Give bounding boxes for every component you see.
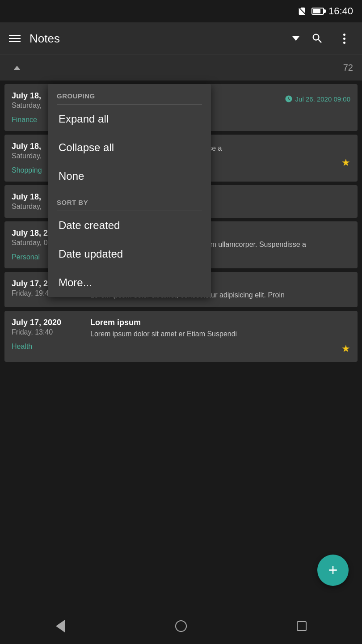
search-button[interactable] (308, 30, 326, 47)
grouping-dropdown-menu: GROUPING Expand all Collapse all None SO… (48, 84, 211, 297)
status-icons: 16:40 (297, 5, 353, 17)
note-content: Lorem ipsum Lorem ipsum dolor sit amet e… (90, 318, 350, 354)
reminder-badge: Jul 26, 2020 09:00 (285, 95, 350, 103)
note-title: Lorem ipsum (90, 318, 350, 327)
note-count: 72 (343, 63, 353, 73)
nav-recents-button[interactable] (288, 613, 315, 640)
none-item[interactable]: None (48, 162, 211, 191)
hamburger-menu-button[interactable] (9, 35, 21, 42)
nav-back-button[interactable] (47, 613, 74, 640)
title-dropdown-arrow[interactable] (292, 36, 299, 41)
recents-icon (297, 621, 307, 631)
sort-by-section-label: SORT BY (48, 191, 211, 211)
date-created-item[interactable]: Date created (48, 211, 211, 240)
notes-list: July 18, Saturday, Finance Jul 26, 2020 … (0, 84, 362, 362)
chevron-up-icon (13, 66, 21, 70)
app-title: Notes (29, 32, 288, 46)
collapse-button[interactable] (9, 60, 25, 76)
star-icon: ★ (341, 157, 350, 169)
note-day: Friday, 13:40 (12, 328, 83, 336)
nav-home-button[interactable] (168, 613, 194, 640)
status-bar: 16:40 (0, 0, 362, 22)
expand-all-item[interactable]: Expand all (48, 105, 211, 133)
note-date: July 17, 2020 (12, 318, 83, 327)
more-options-button[interactable] (335, 30, 353, 47)
no-sim-icon (297, 6, 307, 16)
star-icon: ★ (341, 343, 350, 355)
battery-icon (311, 8, 324, 15)
status-time: 16:40 (328, 5, 353, 17)
subheader: 72 (0, 55, 362, 80)
note-date-column: July 17, 2020 Friday, 13:40 Health (12, 318, 83, 354)
note-card[interactable]: July 17, 2020 Friday, 13:40 Health Lorem… (4, 311, 358, 361)
app-bar: Notes (0, 22, 362, 55)
add-note-fab[interactable]: + (317, 555, 349, 586)
note-body: Lorem ipsum dolor sit amet er Etiam Susp… (90, 329, 350, 339)
grouping-section-label: GROUPING (48, 84, 211, 104)
reminder-text: Jul 26, 2020 09:00 (295, 95, 350, 103)
home-icon (175, 620, 187, 632)
note-tag: Health (12, 343, 83, 351)
nav-bar (0, 608, 362, 644)
fab-plus-icon: + (328, 562, 337, 578)
date-updated-item[interactable]: Date updated (48, 240, 211, 268)
more-item[interactable]: More... (48, 268, 211, 297)
clock-icon (285, 95, 293, 103)
collapse-all-item[interactable]: Collapse all (48, 133, 211, 162)
back-icon (56, 620, 65, 632)
